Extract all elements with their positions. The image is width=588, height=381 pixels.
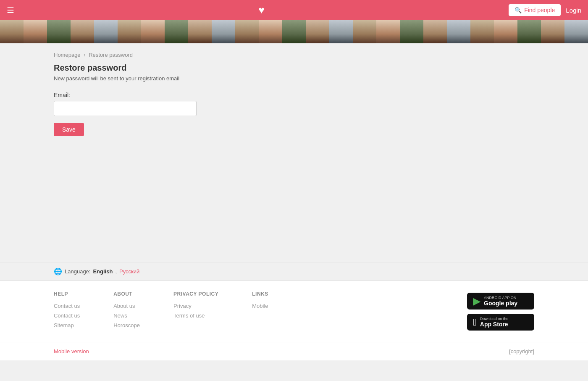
footer-terms-link[interactable]: Terms of use (173, 312, 218, 319)
footer-links-heading: LINKS (252, 291, 268, 297)
footer-app-badges: ▶ ANDROID APP ON Google play  Download … (467, 291, 534, 332)
google-play-icon: ▶ (473, 295, 480, 307)
footer-news-link[interactable]: News (113, 312, 140, 319)
hamburger-icon[interactable]: ☰ (7, 5, 14, 15)
photo-strip-item (259, 20, 282, 43)
photo-strip-item (47, 20, 71, 43)
find-people-button[interactable]: 🔍 Find people (509, 4, 561, 16)
breadcrumb-separator: › (84, 52, 85, 58)
footer-main: HELP Contact us Contact us Sitemap ABOUT… (0, 280, 588, 342)
app-store-badge[interactable]:  Download on the App Store (467, 314, 534, 331)
footer-privacy-link[interactable]: Privacy (173, 303, 218, 309)
footer-privacy-heading: PRIVACY POLICY (173, 291, 218, 297)
photo-strip-item (141, 20, 165, 43)
footer-help-heading: HELP (54, 291, 80, 297)
photo-strip-item (400, 20, 423, 43)
app-store-small-text: Download on the (480, 317, 509, 321)
photo-strip-item (353, 20, 376, 43)
copyright-text: [copyright] (509, 348, 534, 355)
apple-icon:  (473, 316, 477, 328)
language-static-label: Language: (65, 268, 90, 275)
photo-strip (0, 20, 588, 43)
photo-strip-item (564, 20, 588, 43)
heart-logo-icon: ♥ (258, 4, 264, 16)
photo-strip-item (94, 20, 118, 43)
footer-about-heading: ABOUT (113, 291, 140, 297)
photo-strip-item (188, 20, 212, 43)
photo-strip-item (494, 20, 517, 43)
header-left: ☰ (7, 5, 14, 15)
photo-strip-item (71, 20, 94, 43)
breadcrumb-home-link[interactable]: Homepage (54, 52, 81, 58)
email-label: Email: (54, 92, 534, 98)
breadcrumb: Homepage › Restore password (54, 52, 534, 58)
photo-strip-item (423, 20, 447, 43)
google-play-badge[interactable]: ▶ ANDROID APP ON Google play (467, 293, 534, 310)
footer-help-col: HELP Contact us Contact us Sitemap (54, 291, 80, 332)
footer-mobile-link[interactable]: Mobile (252, 303, 268, 309)
photo-strip-item (165, 20, 188, 43)
footer-about-col: ABOUT About us News Horoscope (113, 291, 140, 332)
save-button[interactable]: Save (54, 123, 84, 136)
footer-contact-us-link-1[interactable]: Contact us (54, 303, 80, 309)
google-play-big-text: Google play (484, 300, 517, 307)
photo-strip-item (306, 20, 329, 43)
footer-horoscope-link[interactable]: Horoscope (113, 322, 140, 328)
photo-strip-item (541, 20, 564, 43)
footer-privacy-col: PRIVACY POLICY Privacy Terms of use (173, 291, 218, 332)
photo-strip-item (447, 20, 470, 43)
google-play-text: ANDROID APP ON Google play (484, 296, 517, 307)
footer-sitemap-link[interactable]: Sitemap (54, 322, 80, 328)
photo-strip-item (282, 20, 306, 43)
photo-strip-item (0, 20, 24, 43)
photo-strip-item (24, 20, 47, 43)
mobile-version-link[interactable]: Mobile version (54, 348, 89, 355)
language-russian-link[interactable]: Русский (119, 268, 139, 275)
google-play-small-text: ANDROID APP ON (484, 296, 517, 300)
header-center: ♥ (14, 4, 509, 16)
footer-language: 🌐 Language: English , Русский (0, 262, 588, 280)
find-people-label: Find people (524, 7, 555, 13)
photo-strip-item (329, 20, 353, 43)
footer-contact-us-link-2[interactable]: Contact us (54, 312, 80, 319)
footer-bottom: Mobile version [copyright] (0, 342, 588, 360)
photo-strip-item (235, 20, 259, 43)
language-english-link[interactable]: English (93, 268, 113, 275)
globe-icon: 🌐 (54, 267, 62, 275)
footer-about-us-link[interactable]: About us (113, 303, 140, 309)
page-title: Restore password (54, 63, 534, 73)
footer-links-col: LINKS Mobile (252, 291, 268, 332)
photo-strip-item (212, 20, 235, 43)
photo-strip-item (376, 20, 400, 43)
app-store-big-text: App Store (480, 321, 509, 328)
header: ☰ ♥ 🔍 Find people Login (0, 0, 588, 20)
page-subtitle: New password will be sent to your regist… (54, 75, 534, 82)
email-field[interactable] (54, 101, 197, 116)
photo-strip-item (118, 20, 141, 43)
lang-separator: , (115, 268, 117, 275)
app-store-text: Download on the App Store (480, 317, 509, 328)
search-icon: 🔍 (514, 7, 522, 13)
photo-strip-item (517, 20, 541, 43)
login-button[interactable]: Login (566, 7, 581, 14)
header-right: 🔍 Find people Login (509, 4, 581, 16)
main-content: Homepage › Restore password Restore pass… (0, 43, 588, 262)
breadcrumb-current: Restore password (89, 52, 133, 58)
photo-strip-item (470, 20, 494, 43)
